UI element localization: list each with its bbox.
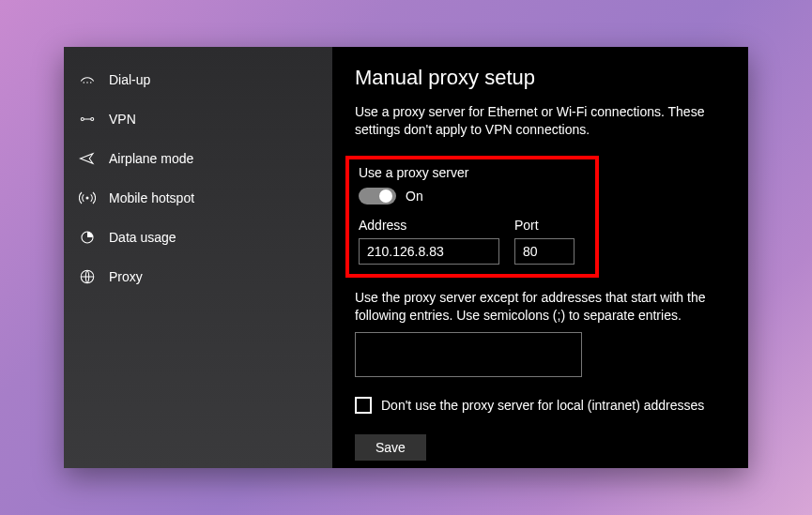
toggle-state-label: On bbox=[406, 189, 423, 204]
settings-window: Dial-up VPN Airplane mode Mobile hotspot bbox=[64, 47, 748, 468]
svg-point-0 bbox=[84, 82, 85, 83]
sidebar-item-dialup[interactable]: Dial-up bbox=[64, 60, 332, 99]
data-usage-icon bbox=[79, 229, 96, 246]
dialup-icon bbox=[79, 71, 96, 88]
port-label: Port bbox=[514, 218, 575, 233]
exceptions-label: Use the proxy server except for addresse… bbox=[355, 289, 724, 325]
svg-point-5 bbox=[86, 197, 89, 200]
proxy-icon bbox=[79, 268, 96, 285]
exceptions-input[interactable] bbox=[355, 332, 582, 377]
sidebar-item-airplane[interactable]: Airplane mode bbox=[64, 139, 332, 178]
local-bypass-label: Don't use the proxy server for local (in… bbox=[381, 398, 704, 413]
use-proxy-label: Use a proxy server bbox=[359, 165, 586, 180]
sidebar-item-hotspot[interactable]: Mobile hotspot bbox=[64, 178, 332, 218]
sidebar-item-label: Airplane mode bbox=[109, 151, 193, 166]
address-input[interactable] bbox=[359, 238, 499, 265]
sidebar: Dial-up VPN Airplane mode Mobile hotspot bbox=[64, 47, 332, 468]
sidebar-item-label: Dial-up bbox=[109, 72, 150, 87]
hotspot-icon bbox=[79, 189, 96, 206]
svg-point-1 bbox=[86, 82, 88, 83]
page-description: Use a proxy server for Ethernet or Wi-Fi… bbox=[355, 103, 724, 139]
local-bypass-checkbox[interactable] bbox=[355, 397, 372, 414]
vpn-icon bbox=[79, 111, 96, 128]
save-button[interactable]: Save bbox=[355, 434, 426, 461]
sidebar-item-label: Proxy bbox=[109, 269, 143, 284]
sidebar-item-label: Mobile hotspot bbox=[109, 190, 194, 205]
use-proxy-toggle[interactable] bbox=[359, 188, 396, 204]
sidebar-item-datausage[interactable]: Data usage bbox=[64, 218, 332, 257]
content-panel: Manual proxy setup Use a proxy server fo… bbox=[332, 47, 748, 468]
page-title: Manual proxy setup bbox=[355, 66, 724, 90]
svg-point-2 bbox=[90, 82, 92, 83]
toggle-row: On bbox=[359, 188, 586, 204]
airplane-icon bbox=[79, 150, 96, 167]
svg-point-4 bbox=[91, 118, 94, 121]
sidebar-item-label: Data usage bbox=[109, 230, 176, 245]
address-label: Address bbox=[359, 218, 499, 233]
port-input[interactable] bbox=[514, 238, 575, 265]
sidebar-item-proxy[interactable]: Proxy bbox=[64, 257, 332, 296]
local-bypass-row: Don't use the proxy server for local (in… bbox=[355, 397, 724, 414]
sidebar-item-label: VPN bbox=[109, 112, 136, 127]
svg-point-3 bbox=[81, 118, 84, 121]
highlight-box: Use a proxy server On Address Port bbox=[345, 156, 599, 278]
sidebar-item-vpn[interactable]: VPN bbox=[64, 99, 332, 139]
